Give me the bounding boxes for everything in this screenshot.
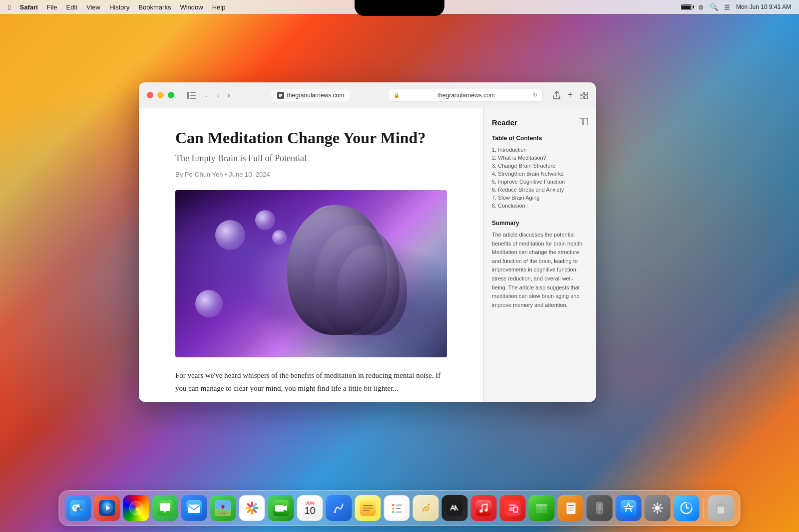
share-button[interactable] — [553, 91, 561, 100]
dock-icon-freeform-canvas[interactable] — [413, 495, 439, 521]
dock-icon-mail[interactable] — [181, 495, 207, 521]
menubar-clock: Mon Jun 10 9:41 AM — [736, 3, 791, 10]
toc-item-slow-brain-aging[interactable]: 7. Slow Brain Aging — [492, 194, 588, 202]
nav-arrows: ‹ › — [214, 89, 233, 101]
dock-icon-system-settings[interactable] — [645, 495, 671, 521]
reload-button[interactable]: ↻ — [533, 92, 537, 98]
bubble-decoration — [215, 220, 245, 250]
article-hero-image — [175, 190, 447, 357]
dock-icon-reminders[interactable] — [384, 495, 410, 521]
svg-rect-55 — [396, 505, 402, 506]
menubar-help[interactable]: Help — [212, 3, 226, 11]
dock-icon-screentime[interactable] — [674, 495, 700, 521]
svg-line-86 — [660, 505, 661, 506]
brain-art — [175, 190, 447, 357]
dock-icon-appstore[interactable] — [616, 495, 642, 521]
dock-icon-messages[interactable] — [152, 495, 178, 521]
menubar-window[interactable]: Window — [180, 3, 203, 11]
tab-item[interactable]: thegranularnews.com — [271, 89, 351, 101]
notch — [355, 0, 444, 16]
dock-icon-notes[interactable] — [355, 495, 381, 521]
address-text: thegranularnews.com — [402, 92, 529, 99]
toc-item-introduction[interactable]: 1. Introduction — [492, 146, 588, 154]
sidebar-toggle-button[interactable] — [184, 90, 198, 101]
svg-rect-49 — [363, 508, 373, 509]
dock-icon-appletv[interactable] — [442, 495, 468, 521]
article-byline: By Po-Chun Yeh • June 10, 2024 — [175, 171, 447, 178]
svg-rect-3 — [190, 98, 196, 99]
svg-point-46 — [334, 511, 336, 513]
toc-heading: Table of Contents — [492, 135, 588, 142]
search-icon[interactable]: 🔍 — [710, 3, 718, 11]
dock-icon-launchpad[interactable] — [94, 495, 120, 521]
new-tab-button[interactable]: + — [568, 90, 573, 100]
tab-overview-button[interactable] — [580, 92, 588, 99]
maximize-button[interactable] — [168, 92, 174, 98]
svg-point-20 — [75, 507, 75, 507]
menubar-file[interactable]: File — [47, 3, 57, 11]
svg-rect-67 — [536, 504, 547, 507]
toc-item-change-brain-structure[interactable]: 3. Change Brain Structure — [492, 162, 588, 170]
svg-rect-12 — [579, 118, 583, 125]
reader-title: Reader — [492, 118, 517, 127]
svg-rect-56 — [396, 508, 401, 509]
menubar-view[interactable]: View — [86, 3, 100, 11]
summary-heading: Summary — [492, 220, 588, 227]
dock-icon-calendar[interactable]: JUN 10 — [297, 495, 323, 521]
bubble-decoration — [255, 210, 275, 230]
wifi-icon: ⊜ — [698, 3, 704, 11]
menubar-app-name[interactable]: Safari — [19, 3, 37, 11]
address-bar[interactable]: 🔒 thegranularnews.com ↻ — [388, 89, 542, 102]
toc-item-improve-cognitive[interactable]: 5. Improve Cognitive Function — [492, 178, 588, 186]
menubar-edit[interactable]: Edit — [66, 3, 77, 11]
forward-button[interactable]: › — [225, 89, 233, 101]
control-center-icon[interactable]: ☰ — [724, 3, 730, 11]
back-button[interactable]: ‹ — [214, 89, 223, 101]
article-inner: Can Meditation Change Your Mind? The Emp… — [151, 108, 471, 402]
svg-rect-0 — [187, 92, 189, 99]
dock-icon-facetime[interactable] — [268, 495, 294, 521]
bubble-decoration — [195, 290, 223, 317]
svg-rect-95 — [719, 503, 723, 505]
svg-point-53 — [393, 508, 395, 510]
tab-container: thegranularnews.com — [239, 89, 382, 101]
svg-rect-44 — [275, 505, 284, 512]
toc-item-reduce-stress[interactable]: 6. Reduce Stress and Anxiety — [492, 186, 588, 194]
menubar-bookmarks[interactable]: Bookmarks — [138, 3, 171, 11]
dock-icon-maps[interactable] — [210, 495, 236, 521]
dock-icon-pages[interactable] — [558, 495, 584, 521]
safari-toolbar: ⌄ ‹ › thegranularnews.com — [139, 82, 596, 108]
minimize-button[interactable] — [157, 92, 164, 98]
desktop:  Safari File Edit View History Bookmark… — [0, 0, 799, 532]
close-button[interactable] — [147, 92, 153, 98]
svg-rect-70 — [567, 503, 576, 514]
svg-line-85 — [660, 511, 661, 512]
dock-icon-news[interactable] — [500, 495, 526, 521]
svg-rect-13 — [584, 118, 588, 125]
dock-icon-safari[interactable] — [123, 495, 149, 521]
svg-rect-76 — [598, 504, 602, 511]
menubar-right: ⊜ 🔍 ☰ Mon Jun 10 9:41 AM — [681, 3, 791, 11]
dock-icon-music[interactable] — [471, 495, 497, 521]
article-area[interactable]: Can Meditation Change Your Mind? The Emp… — [139, 108, 483, 402]
toc-item-strengthen-brain-networks[interactable]: 4. Strengthen Brain Networks — [492, 170, 588, 178]
dock-icon-numbers[interactable] — [529, 495, 555, 521]
toc-item-conclusion[interactable]: 8. Conclusion — [492, 202, 588, 210]
dock-icon-iphone-mirroring[interactable] — [587, 495, 613, 521]
apple-menu-icon[interactable]:  — [8, 3, 10, 11]
svg-rect-71 — [568, 505, 574, 506]
dock-icon-photos[interactable] — [239, 495, 265, 521]
reader-layout-button[interactable] — [579, 118, 588, 127]
dock-icon-trash[interactable] — [708, 495, 734, 521]
svg-point-58 — [428, 504, 430, 506]
menubar-history[interactable]: History — [109, 3, 129, 11]
bubble-decoration — [272, 230, 287, 245]
svg-point-22 — [81, 507, 81, 507]
svg-rect-11 — [584, 96, 588, 99]
toc-item-what-is-meditation[interactable]: 2. What is Meditation? — [492, 154, 588, 162]
dock-icon-finder[interactable] — [65, 495, 91, 521]
article-body: For years we've heard whispers of the be… — [175, 369, 447, 395]
svg-rect-2 — [190, 95, 196, 96]
svg-point-63 — [480, 510, 483, 513]
dock-icon-freeform[interactable] — [326, 495, 352, 521]
